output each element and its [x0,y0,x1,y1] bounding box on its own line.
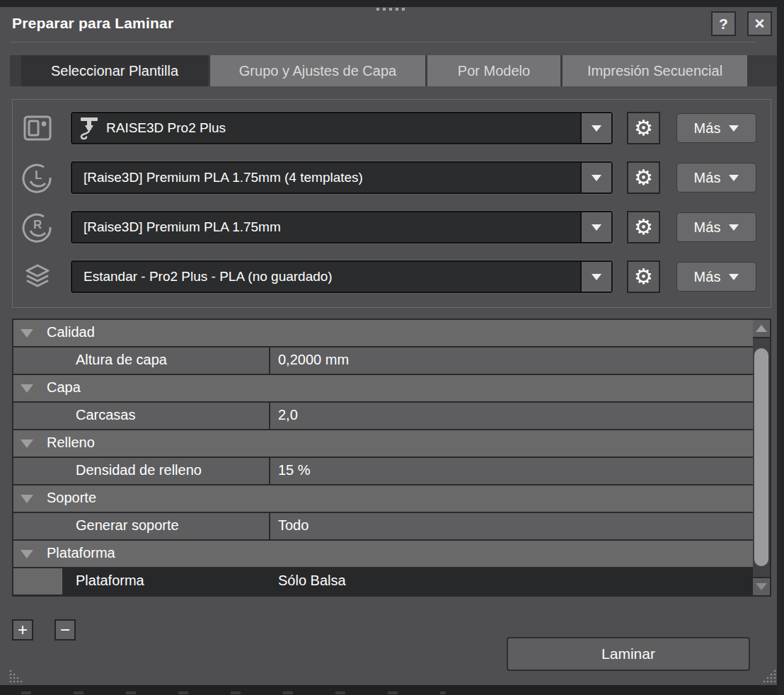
resize-grip-right[interactable] [760,670,777,684]
triangle-up-icon [756,325,767,332]
tab-impresion-secuencial[interactable]: Impresión Secuencial [563,55,747,86]
laminar-button[interactable]: Laminar [507,637,750,671]
nozzle-icon [78,115,100,142]
tab-grupo-y-ajustes-de-capa[interactable]: Grupo y Ajustes de Capa [210,55,425,86]
section-label: Capa [47,379,81,396]
filament-right-settings-button[interactable]: ⚙ [627,211,660,243]
column-divider [269,568,270,595]
template-selector-group: RAISE3D Pro2 Plus ⚙ Más L [Raise3D] Prem… [12,99,771,308]
indent-cell [13,568,64,595]
tab-bar: Seleccionar Plantilla Grupo y Ajustes de… [10,55,777,86]
printer-settings-button[interactable]: ⚙ [627,112,660,144]
settings-table: Calidad Altura de capa 0,2000 mm Capa Ca… [12,318,771,597]
svg-text:L: L [35,168,42,182]
filament-left-select-arrow[interactable] [580,163,611,193]
chevron-down-icon [592,274,601,280]
more-button-label: Más [694,120,721,137]
add-template-button[interactable]: + [12,619,33,641]
filament-left-icon: L [21,161,54,194]
dialog-title: Preparar para Laminar [12,15,173,32]
collapse-arrow-icon[interactable] [21,329,33,338]
setting-row-plataforma-selected[interactable]: Plataforma Sólo Balsa [13,568,753,595]
remove-template-button[interactable]: − [54,619,76,641]
collapse-arrow-icon[interactable] [21,495,33,503]
section-row-calidad[interactable]: Calidad [13,320,753,346]
column-divider [269,513,270,539]
setting-row-carcasas[interactable]: Carcasas 2,0 [13,403,753,429]
chevron-down-icon [729,224,739,231]
setting-label: Carcasas [76,407,135,423]
gear-icon: ⚙ [634,217,653,238]
filament-left-select[interactable]: [Raise3D] Premium PLA 1.75mm (4 template… [71,161,613,194]
collapse-arrow-icon[interactable] [21,550,33,558]
printer-select[interactable]: RAISE3D Pro2 Plus [71,112,613,144]
template-select[interactable]: Estandar - Pro2 Plus - PLA (no guardado) [71,260,613,293]
column-divider [269,458,270,484]
filament-left-more-button[interactable]: Más [676,163,756,193]
tab-seleccionar-plantilla[interactable]: Seleccionar Plantilla [21,55,208,86]
chevron-down-icon [729,175,739,181]
section-row-capa[interactable]: Capa [13,375,753,401]
printer-icon [21,112,54,144]
chevron-down-icon [729,125,739,132]
scrollbar-thumb[interactable] [754,348,768,566]
section-row-soporte[interactable]: Soporte [13,486,753,512]
scrollbar-down-button[interactable] [753,577,770,595]
preparar-para-laminar-dialog: Preparar para Laminar ? ✕ Seleccionar Pl… [0,0,784,695]
printer-more-button[interactable]: Más [676,113,756,143]
close-button[interactable]: ✕ [747,11,772,36]
section-label: Plataforma [47,545,115,561]
filament-right-more-button[interactable]: Más [676,212,756,242]
scrollbar-up-button[interactable] [753,320,770,338]
setting-row-generar-soporte[interactable]: Generar soporte Todo [13,513,753,539]
more-button-label: Más [694,170,721,186]
printer-select-value: RAISE3D Pro2 Plus [100,120,580,136]
background-edge-bottom [0,685,777,695]
filament-right-select-value: [Raise3D] Premium PLA 1.75mm [72,219,580,235]
section-row-relleno[interactable]: Relleno [13,430,753,456]
title-separator [10,42,757,42]
filament-right-icon: R [21,211,54,243]
filament-right-select[interactable]: [Raise3D] Premium PLA 1.75mm [71,211,613,243]
template-settings-button[interactable]: ⚙ [627,260,660,293]
setting-label: Densidad de relleno [76,462,202,478]
more-button-label: Más [694,219,721,236]
template-select-arrow[interactable] [580,262,611,292]
filament-left-settings-button[interactable]: ⚙ [627,161,660,194]
triangle-down-icon [756,583,767,590]
section-label: Soporte [47,490,96,506]
gear-icon: ⚙ [634,117,653,139]
collapse-arrow-icon[interactable] [21,384,33,393]
setting-label: Plataforma [76,573,144,589]
chevron-down-icon [592,224,601,231]
setting-label: Generar soporte [76,517,179,534]
help-button[interactable]: ? [711,11,736,36]
tab-por-modelo[interactable]: Por Modelo [427,55,560,86]
section-row-plataforma[interactable]: Plataforma [13,541,753,567]
setting-value: Sólo Balsa [278,573,346,589]
resize-grip-left[interactable] [8,670,25,684]
collapse-arrow-icon[interactable] [21,440,33,448]
background-app-marks [21,691,446,694]
setting-label: Altura de capa [76,352,167,368]
filament-right-select-arrow[interactable] [580,212,611,242]
layers-icon [21,260,54,293]
chevron-down-icon [592,125,601,132]
gear-icon: ⚙ [634,167,653,188]
settings-scrollbar[interactable] [753,320,770,595]
filament-left-select-value: [Raise3D] Premium PLA 1.75mm (4 template… [72,170,580,185]
gear-icon: ⚙ [634,266,653,287]
setting-value: 2,0 [278,407,298,423]
column-divider [269,403,270,429]
section-label: Calidad [47,324,95,340]
drag-handle[interactable] [376,8,405,12]
setting-row-altura-de-capa[interactable]: Altura de capa 0,2000 mm [13,348,753,374]
template-more-button[interactable]: Más [676,262,756,292]
more-button-label: Más [694,269,721,285]
setting-value: 15 % [278,462,311,478]
column-divider [269,348,270,374]
setting-row-densidad-de-relleno[interactable]: Densidad de relleno 15 % [13,458,753,484]
template-select-value: Estandar - Pro2 Plus - PLA (no guardado) [72,269,580,285]
printer-select-arrow[interactable] [580,113,611,143]
chevron-down-icon [592,175,601,181]
